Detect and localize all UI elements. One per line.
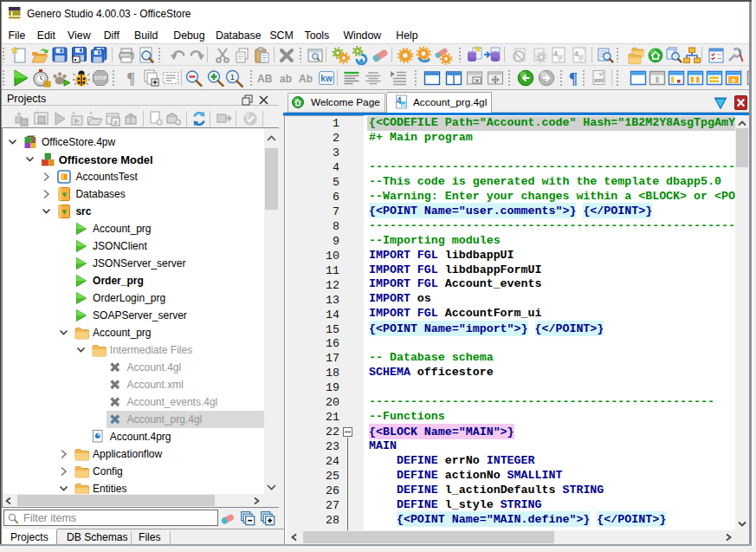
svg-text:#: # — [114, 120, 118, 126]
svg-text:1: 1 — [230, 72, 235, 81]
svg-text:Ab: Ab — [299, 73, 313, 85]
svg-text:¶: ¶ — [569, 69, 578, 88]
svg-text:gl: gl — [402, 102, 407, 107]
svg-text:ab: ab — [280, 73, 292, 85]
svg-text:xml: xml — [594, 77, 604, 83]
svg-text:kw: kw — [320, 74, 333, 83]
svg-text:%: % — [45, 81, 49, 87]
svg-text:¶: ¶ — [126, 70, 135, 88]
svg-text:STOP: STOP — [94, 75, 107, 81]
svg-text:gl: gl — [558, 54, 563, 61]
svg-text:AB: AB — [257, 73, 273, 85]
svg-text:o: o — [732, 76, 736, 84]
svg-text:gl: gl — [578, 54, 584, 61]
